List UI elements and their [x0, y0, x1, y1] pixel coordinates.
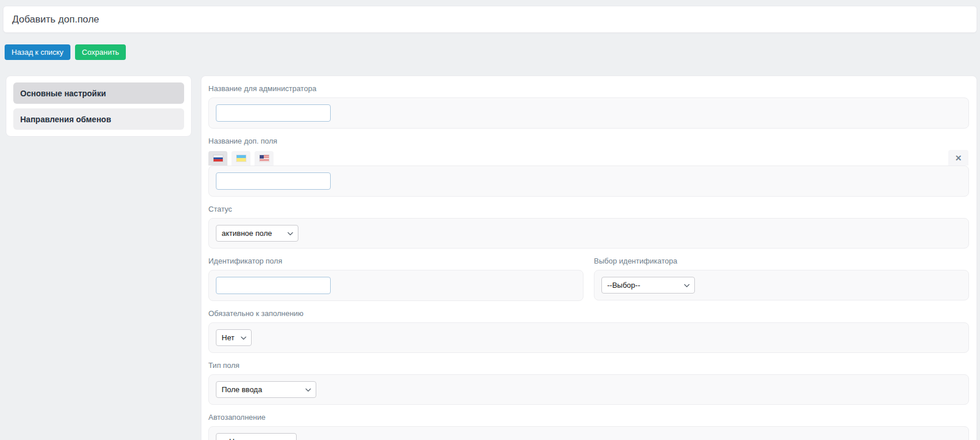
- required-select[interactable]: Нет: [216, 329, 252, 346]
- identifier-input[interactable]: [216, 277, 331, 294]
- lang-tab-ru[interactable]: [208, 151, 227, 166]
- field-group-status: Статус активное поле: [208, 205, 969, 249]
- save-button[interactable]: Сохранить: [75, 44, 126, 60]
- dop-name-panel: [208, 166, 969, 197]
- field-group-identifier: Идентификатор поля: [208, 257, 583, 301]
- identifier-label: Идентификатор поля: [208, 257, 583, 265]
- lang-tab-ua[interactable]: [231, 151, 250, 166]
- flag-ru-icon: [214, 155, 223, 161]
- back-to-list-button[interactable]: Назад к списку: [5, 44, 70, 60]
- autofill-panel: ---Нет---: [208, 426, 969, 440]
- autofill-label: Автозаполнение: [208, 413, 969, 422]
- field-type-panel: Поле ввода: [208, 374, 969, 405]
- identifier-select-panel: --Выбор--: [594, 270, 969, 300]
- field-group-admin-name: Название для администратора: [208, 84, 969, 129]
- field-group-field-type: Тип поля Поле ввода: [208, 361, 969, 405]
- field-type-select[interactable]: Поле ввода: [216, 381, 316, 398]
- settings-sidebar: Основные настройки Направления обменов: [6, 76, 192, 137]
- close-icon: ✕: [955, 153, 962, 163]
- identifier-row: Идентификатор поля Выбор идентификатора …: [208, 257, 969, 309]
- field-group-autofill: Автозаполнение ---Нет---: [208, 413, 969, 440]
- identifier-panel: [208, 270, 583, 301]
- status-panel: активное поле: [208, 218, 969, 249]
- sidebar-item-exchange-directions[interactable]: Направления обменов: [13, 108, 184, 130]
- field-type-label: Тип поля: [208, 361, 969, 370]
- page-header: Добавить доп.поле: [3, 6, 977, 33]
- status-select[interactable]: активное поле: [216, 225, 298, 242]
- identifier-select-label: Выбор идентификатора: [594, 257, 969, 265]
- content-area: Основные настройки Направления обменов Н…: [6, 76, 977, 440]
- identifier-select[interactable]: --Выбор--: [601, 277, 695, 294]
- status-label: Статус: [208, 205, 969, 213]
- required-panel: Нет: [208, 322, 969, 353]
- form-card: Название для администратора Название доп…: [201, 76, 977, 440]
- dop-name-label: Название доп. поля: [208, 137, 969, 145]
- autofill-select[interactable]: ---Нет---: [216, 433, 297, 440]
- lang-tab-us[interactable]: [255, 151, 274, 166]
- field-group-dop-name: Название доп. поля ✕: [208, 137, 969, 197]
- admin-name-panel: [208, 97, 969, 129]
- language-tabs: ✕: [208, 150, 969, 166]
- toolbar: Назад к списку Сохранить: [5, 44, 980, 60]
- flag-ua-icon: [237, 155, 246, 161]
- admin-name-input[interactable]: [216, 104, 331, 122]
- page-title: Добавить доп.поле: [12, 14, 99, 25]
- dop-name-input[interactable]: [216, 172, 331, 190]
- admin-name-label: Название для администратора: [208, 84, 969, 93]
- required-label: Обязательно к заполнению: [208, 309, 969, 318]
- sidebar-item-main-settings[interactable]: Основные настройки: [13, 82, 184, 104]
- flag-us-icon: [260, 155, 269, 161]
- field-group-required: Обязательно к заполнению Нет: [208, 309, 969, 353]
- close-translations-button[interactable]: ✕: [948, 150, 968, 166]
- field-group-identifier-select: Выбор идентификатора --Выбор--: [594, 257, 969, 301]
